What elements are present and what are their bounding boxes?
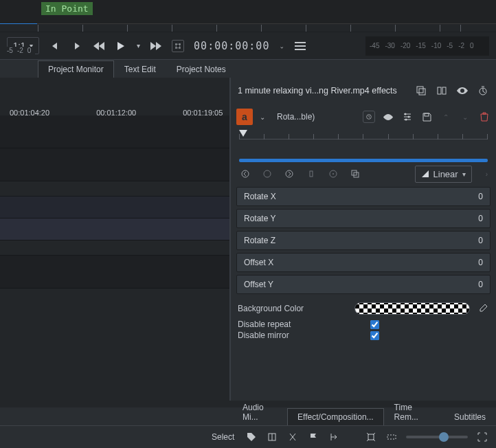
svg-point-15 [242,170,249,177]
effect-clip-title: 1 minute relaxing vi...ng River.mp4 effe… [238,86,407,96]
chevron-down-icon: ▾ [462,170,466,178]
svg-rect-6 [419,89,425,95]
play-menu-chevron-icon[interactable]: ▾ [137,42,140,49]
param-rotate-x[interactable]: Rotate X0 [236,187,491,206]
preview-area: In Point [0,0,496,24]
eye-icon[interactable] [456,85,469,97]
menu-icon[interactable] [294,40,306,52]
svg-point-16 [264,170,271,177]
fit-zoom-icon[interactable] [365,431,377,443]
set-in-icon[interactable] [49,40,61,52]
disable-mirror-row: Disable mirror [231,330,496,341]
interpolation-selector[interactable]: Linear ▾ [415,166,472,183]
keyframe-playhead-icon[interactable] [239,130,247,137]
add-keyframe-icon[interactable] [261,168,273,180]
copy-keyframe-icon[interactable] [349,168,361,180]
timecode-stepper-icon[interactable]: ⌃ [279,43,284,49]
color-picker-icon[interactable] [477,302,489,315]
param-offset-y[interactable]: Offset Y0 [236,275,491,294]
param-rotate-z[interactable]: Rotate Z0 [236,231,491,250]
track-row[interactable] [0,256,229,289]
split-view-icon[interactable] [436,85,448,97]
timeline-tracks [0,115,229,289]
rewind-icon[interactable] [93,40,105,52]
save-stack-icon[interactable] [415,85,427,97]
track-row[interactable] [0,148,229,181]
tab-project-monitor[interactable]: Project Monitor [38,60,114,78]
main-area: 00:01:04:20 00:01:12:00 00:01:19:05 1 mi… [0,78,496,401]
presets-icon[interactable] [401,111,414,123]
overwrite-icon[interactable] [286,431,299,443]
play-button[interactable] [115,40,127,52]
forward-icon[interactable] [150,40,162,52]
svg-rect-14 [425,113,429,116]
next-keyframe-icon[interactable] [283,168,295,180]
zone-zoom-icon[interactable] [385,431,398,443]
eye-icon[interactable] [382,111,394,123]
svg-point-1 [175,43,177,45]
svg-point-4 [179,47,181,49]
keyframe-ruler[interactable] [231,130,496,150]
bottom-tabs: Audio Mi... Effect/Composition... Time R… [0,407,496,425]
in-point-label: In Point [41,2,93,15]
track-row[interactable] [0,219,229,240]
track-row[interactable] [0,181,229,197]
param-rotate-y[interactable]: Rotate Y0 [236,209,491,228]
svg-rect-8 [442,87,446,94]
tab-text-edit[interactable]: Text Edit [114,60,166,78]
track-row[interactable] [0,240,229,256]
effect-item-row: a ⌄ Rota...ble) ⌃ ⌄ [231,104,496,130]
prev-keyframe-icon[interactable] [239,168,251,180]
set-out-icon[interactable] [71,40,83,52]
delete-icon[interactable] [478,111,491,123]
overflow-chevron-icon[interactable]: › [486,170,488,178]
move-up-icon[interactable]: ⌃ [440,111,452,123]
save-icon[interactable] [420,111,433,123]
keyframe-timer-icon[interactable] [363,111,375,123]
svg-rect-24 [368,434,374,440]
track-row[interactable] [0,115,229,148]
snap-icon[interactable] [328,431,340,443]
disable-repeat-checkbox[interactable] [370,320,379,329]
zoom-slider-thumb[interactable] [439,432,449,442]
tab-time-remap[interactable]: Time Rem... [384,399,444,425]
effect-name[interactable]: Rota...ble) [272,109,319,124]
tab-audio-mixer[interactable]: Audio Mi... [232,399,287,425]
svg-point-20 [332,173,334,175]
audio-meter: -45-30-20 -15-10-5 -20 [365,36,489,56]
collapse-chevron-icon[interactable]: ⌄ [260,113,265,121]
tab-subtitles[interactable]: Subtitles [444,408,496,425]
track-row[interactable] [0,197,229,219]
svg-rect-0 [176,44,180,48]
bounding-box-icon[interactable] [172,40,184,52]
footer-toolbar: Select [0,425,496,448]
zoom-slider[interactable] [406,436,468,438]
tag-icon[interactable] [245,431,258,443]
playback-controls: ▾ [93,40,162,52]
svg-point-11 [405,113,407,115]
timecode-display[interactable]: 00:00:00:00 [194,40,269,52]
tab-project-notes[interactable]: Project Notes [166,60,236,78]
effect-badge[interactable]: a [236,109,253,125]
svg-point-17 [286,170,293,177]
svg-rect-18 [310,171,313,177]
bg-color-label: Background Color [238,304,348,313]
tab-effect-composition[interactable]: Effect/Composition... [287,408,384,425]
insert-icon[interactable] [266,431,278,443]
flag-icon[interactable] [307,431,319,443]
effect-panel: 1 minute relaxing vi...ng River.mp4 effe… [231,78,496,401]
timeline-ruler[interactable]: 00:01:04:20 00:01:12:00 00:01:19:05 [0,78,229,109]
bg-color-row: Background Color [231,295,496,319]
fullscreen-icon[interactable] [476,431,488,443]
move-down-icon[interactable]: ⌄ [459,111,471,123]
disable-mirror-checkbox[interactable] [370,331,379,340]
remove-keyframe-icon[interactable] [305,168,317,180]
svg-point-12 [408,116,410,118]
monitor-ruler[interactable] [0,24,496,32]
select-tool-label[interactable]: Select [212,432,234,442]
color-swatch[interactable] [354,302,470,315]
timer-icon[interactable] [477,85,489,97]
param-offset-x[interactable]: Offset X0 [236,253,491,272]
svg-point-2 [179,43,181,45]
center-keyframe-icon[interactable] [327,168,339,180]
